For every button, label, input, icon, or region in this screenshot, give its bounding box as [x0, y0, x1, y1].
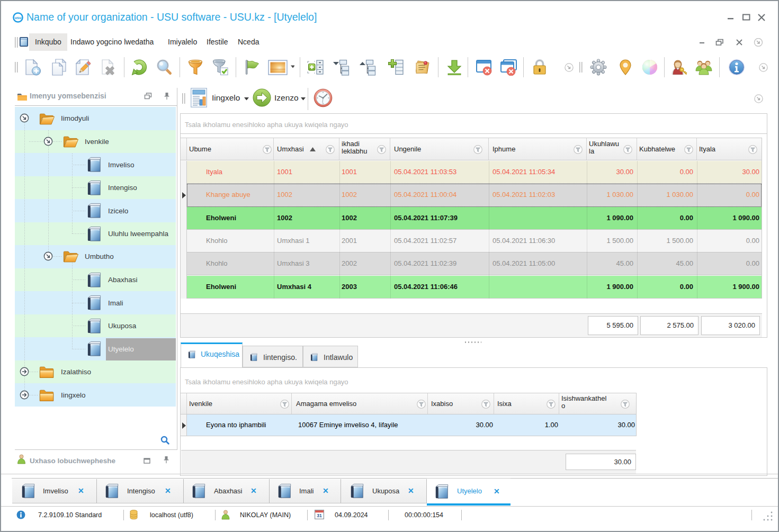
svg-text:31: 31	[317, 513, 322, 518]
svg-text:usu: usu	[15, 16, 21, 20]
